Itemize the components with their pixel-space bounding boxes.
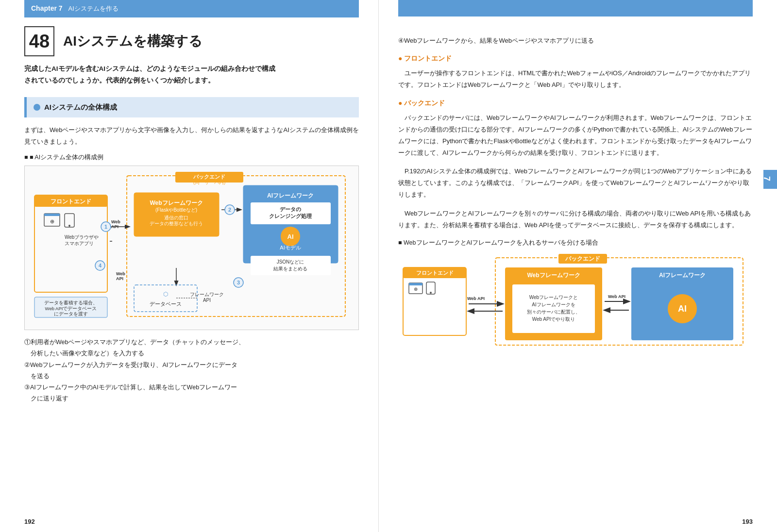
chapter-bar: Chapter 7 AIシステムを作る <box>24 0 359 17</box>
svg-text:Webフレームワーク: Webフレームワーク <box>527 272 580 279</box>
page-number-left: 192 <box>24 516 35 527</box>
diagram-label: ■ AIシステム全体の構成例 <box>24 152 359 163</box>
tab-text: Ａ <box>748 176 758 183</box>
svg-text:API: API <box>116 276 123 281</box>
svg-text:⊕: ⊕ <box>414 286 418 292</box>
ai-system-heading: AIシステムの全体構成 <box>24 97 359 117</box>
svg-rect-45 <box>134 285 197 312</box>
svg-text:Web API: Web API <box>608 294 625 299</box>
backend-text-1: バックエンドのサーバには、WebフレームワークやAIフレームワークが利用されます… <box>398 112 753 159</box>
svg-text:データを蓄積する場合、: データを蓄積する場合、 <box>44 300 98 305</box>
svg-text:結果をまとめる: 結果をまとめる <box>273 266 307 271</box>
svg-text:Webフレームワーク: Webフレームワーク <box>150 200 203 206</box>
frontend-text: ユーザーが操作するフロントエンドは、HTMLで書かれたWebフォームやiOS／A… <box>398 67 753 91</box>
svg-text:フロントエンド: フロントエンド <box>416 270 454 276</box>
backend-text-3: WebフレームワークとAIフレームワークを別々のサーバに分ける構成の場合、両者の… <box>398 208 753 231</box>
step-1: ①利用者がWebページやスマホアプリなど、データ（チャットのメッセージ、 分析し… <box>24 337 359 359</box>
svg-rect-39 <box>251 256 331 275</box>
svg-text:バックエンド: バックエンド <box>193 174 225 180</box>
backend-heading: バックエンド <box>398 98 753 109</box>
svg-text:AIフレームワーク: AIフレームワーク <box>659 272 706 279</box>
section-number: 48 <box>24 26 54 56</box>
svg-text:Web: Web <box>116 271 125 276</box>
ai-system-diagram: バックエンド (同一サーバ内) フロントエンド ⊕ Webブラウザや スマホアプ… <box>24 166 359 330</box>
section-intro: 完成したAIモデルを含むAIシステムは、どのようなモジュールの組み合わせで構成さ… <box>24 63 359 87</box>
backend-text-2: P.192のAIシステム全体の構成例では、WebフレームワークとAIフレームワー… <box>398 166 753 200</box>
svg-text:データの: データの <box>280 206 301 212</box>
svg-text:AIモデル: AIモデル <box>280 245 301 250</box>
tab-text6: ム <box>693 176 702 183</box>
svg-text:JSONなどに: JSONなどに <box>277 259 304 265</box>
svg-text:別々のサーバに配置し、: 別々のサーバに配置し、 <box>527 309 580 315</box>
svg-text:Web API: Web API <box>467 296 485 301</box>
svg-text:Web: Web <box>111 219 120 224</box>
svg-text:AIフレームワークを: AIフレームワークを <box>532 302 575 307</box>
svg-text:Webブラウザや: Webブラウザや <box>65 234 99 240</box>
frontend-heading: フロントエンド <box>398 53 753 65</box>
svg-text:Webフレームワークと: Webフレームワークと <box>529 295 578 300</box>
svg-text:API: API <box>203 298 211 303</box>
left-page: Chapter 7 AIシステムを作る 48 AIシステムを構築する 完成したA… <box>0 0 379 532</box>
step-3: ③AIフレームワーク中のAIモデルで計算し、結果を出してWebフレームワー クに… <box>24 382 359 404</box>
svg-text:Web APIでデータベース: Web APIでデータベース <box>45 306 97 311</box>
svg-text:AI: AI <box>287 233 294 240</box>
step-2: ②Webフレームワークが入力データを受け取り、AIフレームワークにデータ を送る <box>24 360 359 382</box>
svg-text:にデータを渡す: にデータを渡す <box>54 311 88 316</box>
diagram-svg: バックエンド (同一サーバ内) フロントエンド ⊕ Webブラウザや スマホアプ… <box>30 171 350 321</box>
section-header: 48 AIシステムを構築する <box>24 26 359 56</box>
tab-text4: ス <box>715 176 725 183</box>
svg-text:⊕: ⊕ <box>50 218 54 224</box>
tab-text7: を <box>682 176 692 183</box>
tab-text8: 作 <box>671 179 680 180</box>
step4-text: ④Webフレームワークから、結果をWebページやスマホアプリに送る <box>398 17 753 46</box>
svg-text:AIフレームワーク: AIフレームワーク <box>267 192 314 199</box>
page-number-right: 193 <box>742 516 753 527</box>
svg-text:クレンジング処理: クレンジング処理 <box>269 213 312 219</box>
side-tab: 7 Ａ Ｉ シ ス テ ム を 作 る <box>763 170 777 189</box>
svg-text:3: 3 <box>237 280 240 285</box>
svg-text:1: 1 <box>104 224 107 230</box>
tab-text5: テ <box>704 176 713 183</box>
chapter-label: Chapter 7 <box>31 3 63 15</box>
tab-text9: る <box>660 176 669 183</box>
svg-text:(同一サーバ内): (同一サーバ内) <box>193 180 226 185</box>
svg-text:データベース: データベース <box>150 301 182 307</box>
section-title: AIシステムを構築する <box>63 30 203 53</box>
diagram2-label: WebフレームワークとAIフレームワークを入れるサーバを分ける場合 <box>398 238 753 248</box>
tab-text3: シ <box>726 176 735 183</box>
svg-text:(FlaskやBottleなど): (FlaskやBottleなど) <box>155 207 197 213</box>
svg-text:2: 2 <box>228 207 231 213</box>
heading-text: AIシステムの全体構成 <box>44 101 117 114</box>
tab-number: 7 <box>759 176 774 182</box>
svg-text:⬡: ⬡ <box>163 291 168 298</box>
svg-text:データの整形なども行う: データの整形なども行う <box>150 221 203 226</box>
bottom-diagram: バックエンド フロントエンド ⊕ Webフレームワーク Webフレームワークと … <box>398 253 753 363</box>
diagram2-svg: バックエンド フロントエンド ⊕ Webフレームワーク Webフレームワークと … <box>398 253 748 360</box>
svg-text:4: 4 <box>99 263 102 268</box>
chapter-bar-right: Chapter 7 AIシステムを作る <box>398 0 753 17</box>
svg-point-66 <box>430 292 432 294</box>
svg-point-11 <box>68 225 70 227</box>
svg-text:AI: AI <box>678 304 687 314</box>
svg-text:通信の窓口: 通信の窓口 <box>164 215 188 220</box>
body-text-1: まずは、Webページやスマホアプリから文字や画像を入力し、何かしらの結果を返すよ… <box>24 124 359 148</box>
svg-text:スマホアプリ: スマホアプリ <box>65 241 94 246</box>
right-page: Chapter 7 AIシステムを作る ④Webフレームワークから、結果をWeb… <box>379 0 777 532</box>
tab-text2: Ｉ <box>737 176 746 183</box>
svg-rect-69 <box>512 284 595 333</box>
chapter-subtitle: AIシステムを作る <box>68 3 118 14</box>
steps-list: ①利用者がWebページやスマホアプリなど、データ（チャットのメッセージ、 分析し… <box>24 337 359 404</box>
svg-text:フロントエンド: フロントエンド <box>51 198 91 205</box>
svg-text:バックエンド: バックエンド <box>565 255 600 262</box>
svg-rect-8 <box>44 214 60 216</box>
heading-dot <box>34 104 40 111</box>
svg-text:フレームワーク: フレームワーク <box>190 292 224 297</box>
svg-rect-63 <box>409 283 422 285</box>
svg-text:Web APIでやり取り: Web APIでやり取り <box>532 316 575 322</box>
